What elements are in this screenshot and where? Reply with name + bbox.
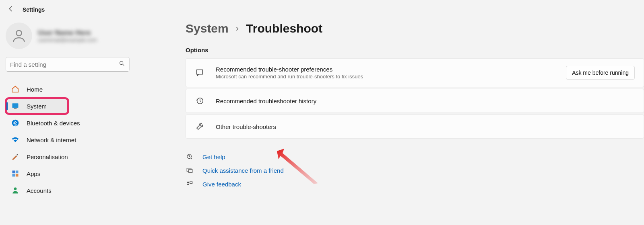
window-title: Settings (23, 6, 45, 13)
link-get-help[interactable]: Get help (186, 153, 644, 160)
sidebar-item-system[interactable]: System (6, 98, 68, 114)
link-text[interactable]: Give feedback (202, 181, 241, 188)
wifi-icon (11, 136, 19, 144)
sidebar-item-network[interactable]: Network & internet (6, 132, 130, 148)
preference-dropdown[interactable]: Ask me before running (566, 66, 635, 80)
sidebar-item-label: Bluetooth & devices (27, 120, 80, 127)
card-title: Recommended troubleshooter history (216, 98, 635, 104)
breadcrumb-current: Troubleshoot (246, 22, 322, 35)
svg-rect-7 (12, 174, 15, 177)
svg-rect-2 (12, 103, 19, 108)
sidebar: User Name Here useremail@example.com Hom… (0, 19, 135, 225)
chat-icon (195, 68, 204, 77)
link-give-feedback[interactable]: Give feedback (186, 180, 644, 188)
svg-point-9 (14, 188, 17, 190)
card-title: Other trouble-shooters (216, 123, 635, 130)
sidebar-item-label: Apps (27, 170, 40, 177)
sidebar-item-label: Accounts (27, 187, 52, 194)
breadcrumb: System › Troubleshoot (186, 22, 644, 35)
link-text[interactable]: Get help (202, 153, 225, 160)
card-title: Recommended trouble-shooter preferences (216, 66, 555, 73)
sidebar-item-home[interactable]: Home (6, 81, 130, 97)
profile-name: User Name Here (38, 29, 97, 37)
person-icon (11, 186, 19, 194)
history-icon (195, 96, 204, 105)
apps-icon (11, 170, 19, 178)
search-input[interactable] (10, 61, 119, 68)
sidebar-item-label: Home (27, 86, 43, 93)
svg-rect-5 (12, 171, 15, 174)
profile-block[interactable]: User Name Here useremail@example.com (6, 19, 130, 57)
main-content: System › Troubleshoot Options Recommende… (135, 19, 644, 225)
svg-rect-3 (14, 108, 17, 109)
options-heading: Options (186, 47, 644, 53)
bluetooth-icon (11, 119, 19, 127)
svg-point-14 (187, 182, 189, 184)
help-links: Get help Quick assistance from a friend … (186, 153, 644, 188)
screen-share-icon (186, 167, 194, 174)
avatar (6, 22, 32, 49)
system-icon (11, 102, 19, 110)
sidebar-item-bluetooth[interactable]: Bluetooth & devices (6, 115, 130, 131)
sidebar-item-accounts[interactable]: Accounts (6, 182, 130, 198)
card-subtitle: Microsoft can recommend and run trouble-… (216, 74, 555, 80)
svg-point-1 (120, 61, 123, 65)
link-text[interactable]: Quick assistance from a friend (202, 167, 284, 174)
title-bar: Settings (0, 0, 644, 19)
card-history[interactable]: Recommended troubleshooter history (186, 89, 644, 113)
breadcrumb-parent[interactable]: System (186, 22, 229, 35)
svg-rect-8 (16, 174, 19, 177)
link-quick-assist[interactable]: Quick assistance from a friend (186, 167, 644, 174)
options-list: Recommended trouble-shooter preferences … (186, 58, 644, 139)
svg-rect-15 (190, 182, 192, 184)
svg-rect-13 (189, 170, 192, 173)
search-input-wrap[interactable] (6, 57, 130, 72)
back-button[interactable] (7, 5, 14, 14)
sidebar-item-personalisation[interactable]: Personalisation (6, 149, 130, 165)
sidebar-item-label: Network & internet (27, 137, 76, 143)
card-other-troubleshooters[interactable]: Other trouble-shooters (186, 115, 644, 139)
search-icon (119, 60, 125, 68)
sidebar-item-label: Personalisation (27, 153, 68, 160)
card-recommended-preferences[interactable]: Recommended trouble-shooter preferences … (186, 58, 644, 87)
help-icon (186, 153, 194, 160)
feedback-icon (186, 180, 194, 188)
home-icon (11, 85, 19, 93)
sidebar-item-label: System (27, 103, 47, 110)
chevron-right-icon: › (236, 23, 239, 34)
profile-email: useremail@example.com (38, 37, 97, 43)
brush-icon (11, 153, 19, 161)
sidebar-nav: Home System Bluetooth & devices Network … (6, 81, 130, 198)
svg-point-0 (16, 31, 21, 36)
wrench-icon (195, 122, 204, 131)
svg-rect-6 (16, 171, 19, 174)
sidebar-item-apps[interactable]: Apps (6, 166, 130, 182)
